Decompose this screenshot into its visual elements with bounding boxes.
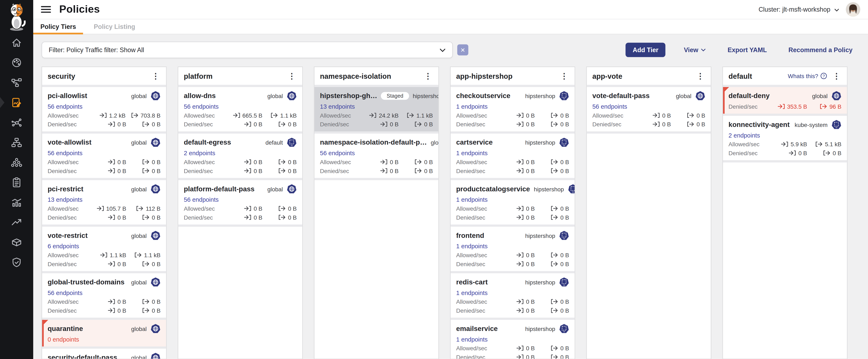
policy-name: vote-restrict — [48, 231, 88, 240]
outbound-arrow-icon — [415, 168, 422, 174]
policy-card-header: security-default-passglobal — [48, 353, 160, 359]
view-button[interactable]: View — [680, 46, 709, 54]
sidebar-item-dashboard[interactable] — [0, 56, 33, 69]
endpoints-link[interactable]: 13 endpoints — [320, 103, 433, 110]
global-scope-icon — [151, 184, 161, 194]
tier-menu-kebab-icon[interactable]: ⋮ — [695, 72, 705, 80]
cluster-selector[interactable]: Cluster: jlt-msft-workshop — [758, 6, 839, 13]
endpoints-link[interactable]: 1 endpoints — [456, 103, 569, 110]
tier-menu-kebab-icon[interactable]: ⋮ — [559, 72, 569, 80]
policy-scope-label: global — [131, 279, 147, 285]
policy-card-quarantine[interactable]: quarantineglobal0 endpoints — [42, 320, 166, 349]
policy-filter-select[interactable]: Filter: Policy Traffic filter: Show All — [41, 42, 453, 58]
tab-policy-listing[interactable]: Policy Listing — [92, 19, 137, 34]
policy-card-emailservice[interactable]: emailservicehipstershopns1 endpointsAllo… — [451, 320, 575, 359]
endpoints-link[interactable]: 56 endpoints — [320, 149, 433, 156]
policy-scope-label: hipstershop — [525, 279, 555, 285]
namespace-scope-icon: ns — [287, 138, 297, 147]
endpoints-link[interactable]: 2 endpoints — [728, 132, 841, 139]
policy-card-konnectivity-agent[interactable]: konnectivity-agentkube-systemns2 endpoin… — [723, 116, 847, 163]
user-avatar[interactable] — [846, 2, 860, 17]
tier-menu-kebab-icon[interactable]: ⋮ — [151, 72, 161, 80]
endpoints-link[interactable]: 1 endpoints — [456, 289, 569, 296]
outbound-value: 0 B — [677, 112, 705, 119]
export-yaml-button[interactable]: Export YAML — [724, 46, 770, 54]
policy-name: vote-allowlist — [48, 138, 91, 147]
clear-filter-button[interactable]: ✕ — [457, 44, 468, 55]
policy-card-default-deny[interactable]: default-denyglobalDenied/sec353.5 B96 B — [723, 87, 847, 116]
policy-card-cartservice[interactable]: cartservicehipstershopns1 endpointsAllow… — [451, 134, 575, 180]
endpoints-link[interactable]: 56 endpoints — [592, 103, 705, 110]
sidebar-item-sitemap[interactable] — [0, 136, 33, 148]
endpoints-link[interactable]: 56 endpoints — [48, 103, 160, 110]
outbound-amount: 0 B — [560, 354, 569, 359]
outbound-amount: 0 B — [560, 214, 569, 221]
outbound-value: 0 B — [268, 159, 297, 165]
endpoints-link[interactable]: 56 endpoints — [184, 103, 297, 110]
endpoints-link[interactable]: 56 endpoints — [48, 289, 160, 296]
inbound-amount: 0 B — [254, 121, 262, 128]
tier-menu-kebab-icon[interactable]: ⋮ — [832, 72, 841, 80]
policy-card-platform-default-pass[interactable]: platform-default-passglobal56 endpointsA… — [178, 180, 302, 227]
policy-name: default-deny — [728, 92, 770, 100]
endpoints-link[interactable]: 1 endpoints — [456, 336, 569, 342]
sidebar-item-policies[interactable] — [0, 96, 33, 109]
endpoints-link[interactable]: 1 endpoints — [456, 196, 569, 203]
policy-card-header: quarantineglobal — [48, 324, 160, 334]
policy-card-hipstershop-gh[interactable]: hipstershop-gh…Stagedhipstershopns13 end… — [314, 87, 439, 134]
tier-menu-kebab-icon[interactable]: ⋮ — [287, 72, 297, 80]
policy-card-vote-default-pass[interactable]: vote-default-passglobal56 endpointsAllow… — [587, 87, 711, 134]
sidebar-item-inventory[interactable] — [0, 236, 33, 248]
recommend-a-policy-button[interactable]: Recommend a Policy — [785, 46, 856, 54]
add-tier-button[interactable]: Add Tier — [625, 43, 665, 57]
inbound-amount: 0 B — [117, 260, 126, 267]
tier-menu-kebab-icon[interactable]: ⋮ — [423, 72, 433, 80]
policy-card-pci-restrict[interactable]: pci-restrictglobal13 endpointsAllowed/se… — [42, 180, 166, 227]
policy-card-checkoutservice[interactable]: checkoutservicehipstershopns1 endpointsA… — [451, 87, 575, 134]
endpoints-link[interactable]: 13 endpoints — [48, 196, 160, 203]
sidebar-item-service-graph[interactable] — [0, 77, 33, 89]
sidebar-item-compliance[interactable] — [0, 176, 33, 189]
sidebar-item-metrics[interactable] — [0, 196, 33, 209]
sidebar-item-clusters[interactable] — [0, 156, 33, 168]
allowed-per-sec-row: Allowed/sec665.5 B1.1 kB — [184, 112, 297, 119]
policy-card-security-default-pass[interactable]: security-default-passglobal — [42, 349, 166, 359]
policy-card-namespace-isolation-default-p[interactable]: namespace-isolation-default-p…global56 e… — [314, 134, 439, 180]
outbound-value: 0 B — [677, 121, 705, 128]
policy-card-frontend[interactable]: frontendhipstershopns1 endpointsAllowed/… — [451, 227, 575, 273]
policy-scope-label: kube-system — [795, 121, 828, 128]
endpoints-link[interactable]: 1 endpoints — [456, 149, 569, 156]
outbound-value: 0 B — [540, 167, 569, 174]
policy-card-productcatalogservice[interactable]: productcatalogservicehipstershopns1 endp… — [451, 180, 575, 227]
policy-card-pci-allowlist[interactable]: pci-allowlistglobal56 endpointsAllowed/s… — [42, 87, 166, 134]
policy-card-global-trusted-domains[interactable]: global-trusted-domainsglobal56 endpoints… — [42, 273, 166, 320]
hamburger-menu-icon[interactable] — [41, 6, 51, 13]
outbound-arrow-icon — [136, 206, 144, 211]
endpoints-link[interactable]: 2 endpoints — [184, 149, 297, 156]
policy-card-allow-dns[interactable]: allow-dnsglobal56 endpointsAllowed/sec66… — [178, 87, 302, 134]
inbound-amount: 0 B — [526, 121, 535, 128]
policy-card-vote-allowlist[interactable]: vote-allowlistglobal56 endpointsAllowed/… — [42, 134, 166, 180]
header-right: Cluster: jlt-msft-workshop — [758, 2, 860, 17]
denied-per-sec-row: Denied/sec0 B0 B — [184, 121, 297, 128]
endpoints-link[interactable]: 0 endpoints — [48, 336, 160, 342]
tab-policy-tiers[interactable]: Policy Tiers — [39, 19, 78, 34]
allowed-per-sec-row: Allowed/sec0 B0 B — [456, 345, 569, 352]
outbound-value: 0 B — [540, 205, 569, 212]
endpoints-link[interactable]: 1 endpoints — [456, 243, 569, 250]
outbound-arrow-icon — [142, 299, 150, 304]
inbound-value: 0 B — [88, 260, 126, 267]
sidebar-item-trending[interactable] — [0, 216, 33, 228]
endpoints-link[interactable]: 6 endpoints — [48, 243, 160, 250]
inbound-amount: 0 B — [526, 159, 535, 165]
policy-name: emailservice — [456, 325, 498, 333]
sidebar-item-home[interactable] — [0, 36, 33, 49]
policy-card-default-egress[interactable]: default-egressdefaultns2 endpointsAllowe… — [178, 134, 302, 180]
sidebar-item-shield[interactable] — [0, 256, 33, 269]
whats-this-link[interactable]: Whats this?? — [788, 73, 827, 79]
endpoints-link[interactable]: 56 endpoints — [48, 149, 160, 156]
policy-card-vote-restrict[interactable]: vote-restrictglobal6 endpointsAllowed/se… — [42, 227, 166, 273]
policy-card-redis-cart[interactable]: redis-carthipstershopns1 endpointsAllowe… — [451, 273, 575, 320]
sidebar-item-flow-graph[interactable] — [0, 116, 33, 129]
endpoints-link[interactable]: 56 endpoints — [184, 196, 297, 203]
